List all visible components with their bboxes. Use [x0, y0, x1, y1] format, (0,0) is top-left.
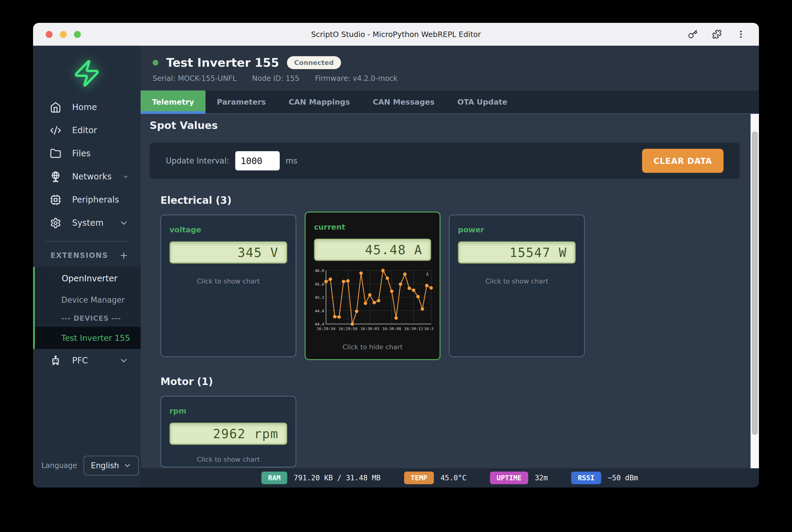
tab-ota-update[interactable]: OTA Update — [446, 91, 519, 113]
spot-card-name: rpm — [170, 407, 287, 415]
svg-text:45.2: 45.2 — [315, 295, 324, 300]
extensions-header-label: EXTENSIONS — [51, 251, 108, 260]
sidebar-item-networks[interactable]: Networks — [33, 165, 141, 188]
uptime-badge: UPTIME — [490, 472, 528, 484]
svg-text:44.8: 44.8 — [315, 309, 324, 313]
sidebar-item-label: PFC — [72, 356, 88, 365]
sidebar-divider — [46, 241, 128, 242]
device-serial: Serial: MOCK-155-UNFL — [153, 74, 236, 83]
code-icon — [50, 125, 61, 136]
tab-can-messages[interactable]: CAN Messages — [362, 91, 446, 113]
sidebar-item-editor[interactable]: Editor — [33, 119, 141, 142]
chip-icon — [50, 194, 61, 206]
sidebar-item-openinverter[interactable]: OpenInverter — [35, 267, 141, 290]
status-temp: TEMP 45.0°C — [404, 472, 467, 484]
spot-card-name: current — [314, 223, 431, 231]
temp-value: 45.0°C — [441, 474, 467, 482]
app-window: ScriptO Studio - MicroPython WebREPL Edi… — [33, 23, 759, 488]
svg-text:16:30:12: 16:30:12 — [404, 326, 423, 331]
tab-parameters[interactable]: Parameters — [206, 91, 277, 113]
sidebar-item-test-inverter-155[interactable]: Test Inverter 155 — [35, 327, 141, 349]
device-name: Test Inverter 155 — [166, 56, 279, 70]
svg-text:16:29:54: 16:29:54 — [317, 326, 335, 331]
spot-card-rpm[interactable]: rpm 2962 rpm Click to show chart — [160, 396, 296, 468]
svg-text:45.6: 45.6 — [315, 282, 324, 286]
spot-card-power[interactable]: power 15547 W Click to show chart — [449, 215, 585, 357]
sidebar-item-files[interactable]: Files — [33, 142, 141, 165]
status-rssi: RSSI −50 dBm — [571, 472, 638, 484]
device-header: Test Inverter 155 Connected Serial: MOCK… — [141, 46, 759, 91]
uptime-value: 32m — [535, 474, 548, 482]
update-interval-panel: Update Interval: ms CLEAR DATA — [150, 143, 740, 179]
group-title: Electrical (3) — [160, 194, 750, 206]
ram-badge: RAM — [262, 472, 287, 484]
chevron-down-icon — [119, 356, 129, 365]
spot-card-voltage[interactable]: voltage 345 V Click to show chart — [160, 215, 296, 357]
spot-card-current[interactable]: current 45.48 A 44.444.845.245.646.016:2… — [305, 212, 441, 360]
svg-text:A: A — [426, 272, 429, 277]
sidebar-item-label: Networks — [72, 172, 112, 182]
network-globe-icon — [50, 171, 61, 183]
sidebar-item-peripherals[interactable]: Peripherals — [33, 188, 141, 211]
connection-status-dot — [153, 60, 158, 65]
scrollbar-thumb[interactable] — [752, 131, 758, 435]
current-chart: 44.444.845.245.646.016:29:5416:29:5816:3… — [314, 266, 431, 339]
menu-kebab-icon[interactable] — [736, 30, 746, 39]
language-value: English — [91, 461, 119, 470]
tab-telemetry[interactable]: Telemetry — [141, 91, 206, 113]
sidebar-item-label: Home — [72, 102, 97, 112]
device-manager-label: Device Manager — [61, 296, 125, 304]
sidebar-item-pfc[interactable]: PFC — [33, 349, 141, 372]
close-window-button[interactable] — [46, 31, 53, 38]
svg-text:16:30:: 16:30: — [424, 326, 433, 331]
tabbar: Telemetry Parameters CAN Mappings CAN Me… — [141, 91, 759, 114]
sidebar-item-device-manager[interactable]: Device Manager — [35, 290, 141, 310]
devices-divider-label: --- DEVICES --- — [61, 315, 121, 322]
connected-badge: Connected — [287, 56, 341, 69]
update-interval-input[interactable] — [235, 151, 280, 170]
zoom-window-button[interactable] — [74, 31, 81, 38]
sidebar-item-label: Peripherals — [72, 195, 119, 205]
sidebar-item-home[interactable]: Home — [33, 96, 141, 119]
svg-text:46.0: 46.0 — [315, 268, 324, 273]
lcd-display: 45.48 A — [314, 239, 431, 261]
tab-can-mappings[interactable]: CAN Mappings — [277, 91, 362, 113]
chevron-up-icon — [128, 274, 129, 283]
chevron-down-icon — [123, 461, 132, 470]
status-uptime: UPTIME 32m — [490, 472, 548, 484]
language-label: Language — [41, 461, 77, 470]
page-title: Spot Values — [150, 119, 750, 131]
extensions-icon[interactable] — [712, 30, 722, 39]
language-select[interactable]: English — [83, 456, 139, 475]
minimize-window-button[interactable] — [60, 31, 67, 38]
add-extension-icon[interactable] — [119, 251, 129, 260]
extensions-header: EXTENSIONS — [33, 248, 141, 263]
lcd-display: 345 V — [170, 241, 287, 264]
device-firmware: Firmware: v4.2.0-mock — [315, 74, 398, 83]
titlebar: ScriptO Studio - MicroPython WebREPL Edi… — [33, 23, 759, 46]
window-title: ScriptO Studio - MicroPython WebREPL Edi… — [33, 30, 759, 39]
svg-text:16:29:58: 16:29:58 — [339, 326, 358, 331]
sidebar-item-label: System — [72, 218, 103, 228]
spot-card-name: power — [458, 225, 576, 234]
group-motor: Motor (1) rpm 2962 rpm Click to show cha… — [160, 376, 750, 468]
key-icon[interactable] — [688, 30, 698, 39]
chevron-down-icon — [119, 218, 129, 228]
sidebar-item-label: OpenInverter — [62, 273, 117, 283]
spot-card-hint: Click to hide chart — [314, 343, 431, 351]
scrollbar-track[interactable] — [751, 114, 759, 468]
openinverter-section: OpenInverter Device Manager --- DEVICES … — [33, 267, 141, 349]
temp-badge: TEMP — [404, 472, 434, 484]
sidebar-item-system[interactable]: System — [33, 211, 141, 234]
sidebar-item-label: Editor — [72, 125, 97, 135]
chevron-down-icon — [122, 172, 129, 182]
group-electrical: Electrical (3) voltage 345 V Click to sh… — [160, 194, 750, 360]
home-icon — [50, 101, 61, 113]
clear-data-button[interactable]: CLEAR DATA — [642, 149, 723, 173]
spot-card-hint: Click to show chart — [170, 456, 287, 463]
status-ram: RAM 791.20 KB / 31.48 MB — [262, 472, 381, 484]
group-title: Motor (1) — [160, 376, 750, 387]
lightning-icon — [51, 273, 51, 284]
statusbar: RAM 791.20 KB / 31.48 MB TEMP 45.0°C UPT… — [141, 468, 759, 488]
spot-card-hint: Click to show chart — [170, 278, 287, 285]
